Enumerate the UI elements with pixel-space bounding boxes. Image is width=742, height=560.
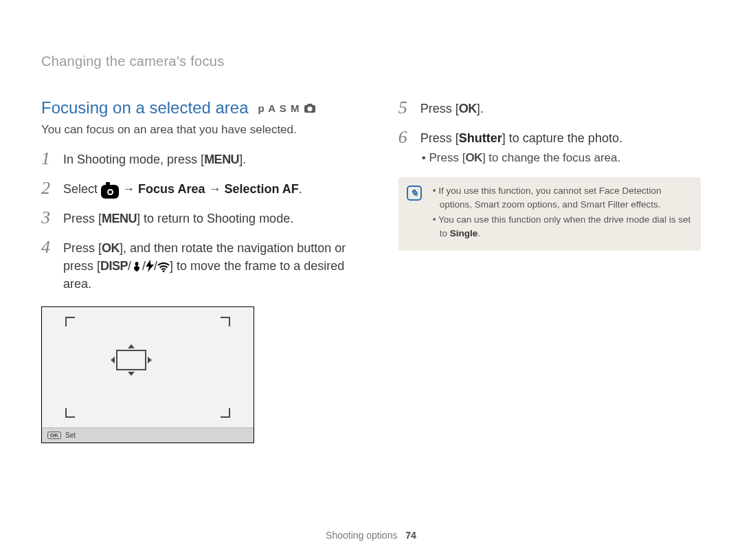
step-2: 2 Select → Focus Area → Selection AF. [41,179,357,199]
arrow-down-icon [128,372,135,376]
note2-single: Single [450,228,478,238]
heading-text: Focusing on a selected area [41,98,249,117]
footer-section: Shooting options [326,530,397,541]
step3-text-b: ] to return to Shooting mode. [137,212,293,225]
macro-icon [131,259,142,273]
step-1: 1 In Shooting mode, press [MENU]. [41,149,357,169]
ok-glyph: OK [465,151,482,164]
scene-icon [304,102,316,113]
two-column-layout: Focusing on a selected area p A S M You … [41,98,701,443]
step3-text-a: Press [ [63,212,102,225]
step6-sub-a: Press [ [429,151,465,164]
step1-text-a: In Shooting mode, press [ [63,153,204,166]
step2-end: . [299,182,302,196]
step2-selection-af: Selection AF [224,182,298,196]
step2-focus-area: Focus Area [138,182,205,196]
step-3: 3 Press [MENU] to return to Shooting mod… [41,208,357,228]
disp-glyph: DISP [100,259,128,273]
step-6: 6 Press [Shutter] to capture the photo. … [398,128,701,167]
column-left: Focusing on a selected area p A S M You … [41,98,357,443]
column-right: 5 Press [OK]. 6 Press [Shutter] to captu… [398,98,701,443]
note-item-2: You can use this function only when the … [431,213,691,240]
arrow-icon: → [205,182,224,196]
corner-bracket-icon [221,408,230,418]
page-footer: Shooting options 74 [0,530,742,541]
corner-bracket-icon [65,408,75,418]
step-number: 4 [41,238,54,293]
arrow-right-icon [148,357,152,363]
menu-glyph: MENU [102,212,137,225]
note-item-1: If you use this function, you cannot set… [431,184,691,211]
page-number: 74 [405,530,416,541]
preview-status-bar: OK Set [42,427,254,443]
note-icon: ✎ [407,186,422,201]
focus-target [116,350,146,370]
step6-shutter: Shutter [459,131,502,145]
menu-glyph: MENU [204,153,239,166]
step6-sub-b: ] to change the focus area. [482,151,620,164]
svg-point-0 [163,270,165,272]
steps-right: 5 Press [OK]. 6 Press [Shutter] to captu… [398,98,701,166]
preview-set-label: Set [65,432,76,439]
steps-left: 1 In Shooting mode, press [MENU]. 2 Sele… [41,149,357,293]
arrow-left-icon [111,357,115,363]
step-number: 6 [398,128,411,167]
step4-text-a: Press [ [63,241,102,255]
step-number: 2 [41,179,54,199]
manual-page: Changing the camera's focus Focusing on … [0,0,742,560]
step-number: 3 [41,208,54,228]
note-box: ✎ If you use this function, you cannot s… [398,177,701,250]
flash-icon [146,259,154,273]
step6-text-b: ] to capture the photo. [502,131,622,145]
arrow-up-icon [128,344,135,348]
wifi-icon [157,259,170,273]
ok-glyph: OK [102,241,120,255]
step2-text-a: Select [63,182,101,196]
step5-text-b: ]. [477,102,484,115]
corner-bracket-icon [65,317,75,326]
step-number: 5 [398,98,411,118]
step6-substep: Press [OK] to change the focus area. [420,150,701,167]
ok-chip: OK [47,432,61,439]
heading: Focusing on a selected area p A S M [41,98,357,117]
step6-text-a: Press [ [420,131,459,145]
step-4: 4 Press [OK], and then rotate the naviga… [41,238,357,293]
step5-text-a: Press [ [420,102,459,115]
step-5: 5 Press [OK]. [398,98,701,118]
breadcrumb: Changing the camera's focus [41,54,701,69]
preview-viewport [42,307,254,427]
note2-b: . [477,228,480,238]
camera-icon [101,185,119,199]
focus-preview: OK Set [41,306,254,443]
mode-badge-text: p A S M [258,102,300,114]
mode-badges: p A S M [258,102,317,114]
arrow-icon: → [119,182,138,196]
subtitle: You can focus on an area that you have s… [41,123,357,137]
ok-glyph: OK [459,102,477,115]
corner-bracket-icon [221,317,230,326]
step1-text-b: ]. [239,153,246,166]
step-number: 1 [41,149,54,169]
